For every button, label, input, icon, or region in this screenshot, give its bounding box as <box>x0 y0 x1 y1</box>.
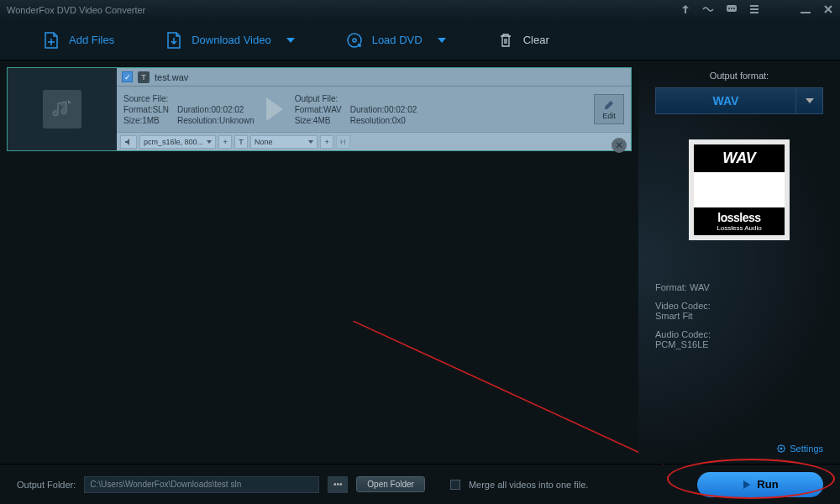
source-format: Format:SLN <box>123 105 169 114</box>
upload-icon[interactable] <box>680 4 690 16</box>
tool-icon[interactable] <box>702 4 714 16</box>
audio-file-icon <box>43 90 81 129</box>
merge-label: Merge all videos into one file. <box>469 480 588 490</box>
settings-link[interactable]: Settings <box>776 444 823 454</box>
titlebar: WonderFox DVD Video Converter <box>0 0 840 20</box>
svg-point-2 <box>731 8 732 9</box>
lossless-logo: lossless <box>697 211 781 224</box>
svg-point-9 <box>353 39 356 42</box>
svg-line-10 <box>353 321 664 464</box>
clear-button[interactable]: Clear <box>471 20 575 60</box>
annotation-arrow <box>353 321 680 472</box>
output-resolution: Resolution:0x0 <box>350 116 417 125</box>
feedback-icon[interactable] <box>726 4 738 16</box>
lossless-sub: Lossless Audio <box>697 224 781 232</box>
bottom-bar: Output Folder: ••• Open Folder Merge all… <box>0 464 840 504</box>
output-file-label: Output File: <box>295 94 342 103</box>
hardsub-button[interactable]: H <box>336 135 350 149</box>
file-list: ✓ T test.wav Source File: Format:SLN Siz… <box>0 60 638 464</box>
format-info: Format: WAV Video Codec:Smart Fit Audio … <box>655 282 823 349</box>
speaker-icon <box>120 135 137 149</box>
merge-checkbox[interactable] <box>450 480 460 490</box>
format-card-title: WAV <box>694 144 785 172</box>
close-icon[interactable] <box>823 4 833 16</box>
remove-file-button[interactable]: ✕ <box>612 138 627 153</box>
output-format: Format:WAV <box>295 105 342 114</box>
chevron-down-icon <box>806 98 814 103</box>
download-video-button[interactable]: Download Video <box>139 20 319 60</box>
load-dvd-icon <box>345 31 364 50</box>
format-selector[interactable]: WAV <box>655 87 823 114</box>
subtitle-value: None <box>255 138 273 146</box>
open-folder-button[interactable]: Open Folder <box>356 476 425 492</box>
browse-folder-button[interactable]: ••• <box>328 476 348 493</box>
svg-point-13 <box>780 448 783 450</box>
source-file-label: Source File: <box>123 94 169 103</box>
toolbar: Add Files Download Video Load DVD Clear <box>0 20 840 60</box>
text-badge-icon: T <box>138 71 150 83</box>
subtitle-dropdown[interactable]: None <box>250 135 318 149</box>
gear-icon <box>776 444 786 454</box>
arrow-right-icon <box>266 97 283 121</box>
add-files-button[interactable]: Add Files <box>17 20 139 60</box>
chevron-down-icon <box>438 38 446 43</box>
pencil-icon <box>603 99 615 111</box>
add-audio-track-button[interactable]: + <box>218 135 232 149</box>
svg-rect-6 <box>750 12 759 13</box>
run-label: Run <box>757 478 778 491</box>
menu-icon[interactable] <box>749 4 759 16</box>
output-format-label: Output format: <box>655 71 823 81</box>
audio-track-value: pcm_s16le, 800... <box>144 138 203 146</box>
run-button[interactable]: Run <box>697 472 823 497</box>
svg-point-1 <box>728 8 730 9</box>
output-folder-label: Output Folder: <box>17 480 76 490</box>
download-video-label: Download Video <box>192 34 270 46</box>
play-icon <box>742 480 752 490</box>
source-size: Size:1MB <box>123 116 169 125</box>
svg-rect-7 <box>801 12 811 13</box>
file-thumbnail <box>8 68 117 150</box>
minimize-icon[interactable] <box>800 4 811 16</box>
edit-button[interactable]: Edit <box>594 94 624 124</box>
chevron-down-icon <box>286 38 295 43</box>
download-video-icon <box>165 31 183 50</box>
output-duration: Duration:00:02:02 <box>350 105 417 114</box>
source-resolution: Resolution:Unknown <box>177 116 255 125</box>
svg-point-3 <box>733 8 735 9</box>
output-size: Size:4MB <box>295 116 342 125</box>
chevron-down-icon <box>308 140 313 144</box>
edit-label: Edit <box>602 112 616 120</box>
svg-rect-4 <box>750 5 759 7</box>
trash-icon <box>496 31 515 50</box>
add-files-label: Add Files <box>69 34 114 46</box>
output-panel: Output format: WAV WAV lossless Lossless… <box>638 60 840 464</box>
file-item[interactable]: ✓ T test.wav Source File: Format:SLN Siz… <box>7 67 632 151</box>
add-subtitle-button[interactable]: + <box>320 135 333 149</box>
file-checkbox[interactable]: ✓ <box>122 71 133 82</box>
file-name: test.wav <box>155 72 188 82</box>
output-folder-input[interactable] <box>84 476 319 493</box>
settings-label: Settings <box>790 444 823 454</box>
selected-format: WAV <box>656 94 795 108</box>
audio-track-dropdown[interactable]: pcm_s16le, 800... <box>139 135 216 149</box>
app-title: WonderFox DVD Video Converter <box>7 5 145 15</box>
load-dvd-label: Load DVD <box>372 34 423 46</box>
subtitle-badge-icon: T <box>234 135 248 149</box>
chevron-down-icon <box>207 140 212 144</box>
svg-rect-5 <box>750 8 759 10</box>
load-dvd-button[interactable]: Load DVD <box>320 20 471 60</box>
clear-label: Clear <box>523 34 549 46</box>
source-duration: Duration:00:02:02 <box>177 105 255 114</box>
add-files-icon <box>42 31 60 50</box>
format-card: WAV lossless Lossless Audio <box>689 139 790 240</box>
